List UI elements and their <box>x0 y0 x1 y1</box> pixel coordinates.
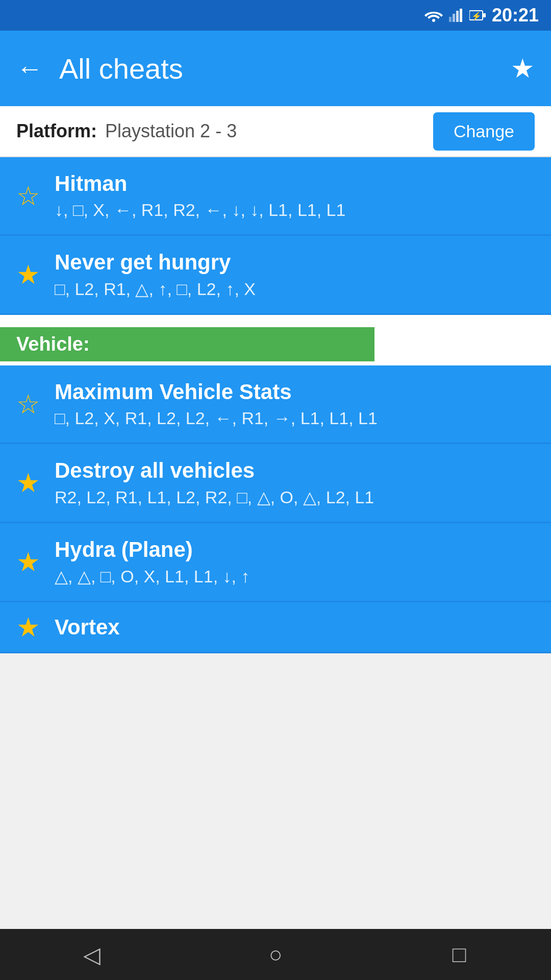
cheat-info-max-vehicle-stats: Maximum Vehicle Stats □, L2, X, R1, L2, … <box>55 380 535 428</box>
platform-row: Platform: Playstation 2 - 3 Change <box>0 106 551 157</box>
cheat-info-destroy-all-vehicles: Destroy all vehicles R2, L2, R1, L1, L2,… <box>55 458 535 507</box>
cheat-name-never-get-hungry: Never get hungry <box>55 250 535 275</box>
bottom-navigation: ◁ ○ □ <box>0 929 551 980</box>
svg-text:⚡: ⚡ <box>471 11 482 21</box>
cheat-item-destroy-all-vehicles[interactable]: ★ Destroy all vehicles R2, L2, R1, L1, L… <box>0 444 551 523</box>
status-icons: ⚡ 20:21 <box>424 5 539 26</box>
star-icon-never-get-hungry[interactable]: ★ <box>16 259 40 290</box>
signal-icon <box>449 9 463 22</box>
svg-rect-1 <box>449 17 452 22</box>
star-icon-hitman[interactable]: ☆ <box>16 181 40 211</box>
cheat-name-destroy-all-vehicles: Destroy all vehicles <box>55 458 535 483</box>
cheat-code-hydra: △, △, □, O, X, L1, L1, ↓, ↑ <box>55 566 535 586</box>
svg-rect-6 <box>483 13 486 17</box>
cheat-info-vortex: Vortex <box>55 615 535 640</box>
svg-rect-3 <box>456 11 459 22</box>
cheat-item-max-vehicle-stats[interactable]: ☆ Maximum Vehicle Stats □, L2, X, R1, L2… <box>0 365 551 444</box>
nav-recents-button[interactable]: □ <box>439 939 480 970</box>
wifi-icon <box>424 9 443 22</box>
svg-point-0 <box>432 19 435 22</box>
cheat-code-max-vehicle-stats: □, L2, X, R1, L2, L2, ←, R1, →, L1, L1, … <box>55 408 535 428</box>
svg-rect-4 <box>460 9 462 22</box>
cheat-item-hydra[interactable]: ★ Hydra (Plane) △, △, □, O, X, L1, L1, ↓… <box>0 523 551 602</box>
cheat-name-hitman: Hitman <box>55 172 535 196</box>
star-icon-hydra[interactable]: ★ <box>16 547 40 577</box>
star-icon-max-vehicle-stats[interactable]: ☆ <box>16 389 40 420</box>
status-bar: ⚡ 20:21 <box>0 0 551 31</box>
cheat-name-hydra: Hydra (Plane) <box>55 537 535 562</box>
cheat-info-hydra: Hydra (Plane) △, △, □, O, X, L1, L1, ↓, … <box>55 537 535 586</box>
cheat-name-vortex: Vortex <box>55 615 535 640</box>
favorite-button[interactable]: ★ <box>511 53 535 84</box>
app-bar: ← All cheats ★ <box>0 31 551 106</box>
change-platform-button[interactable]: Change <box>433 112 535 151</box>
status-time: 20:21 <box>492 5 539 26</box>
cheat-item-hitman[interactable]: ☆ Hitman ↓, □, X, ←, R1, R2, ←, ↓, ↓, L1… <box>0 157 551 236</box>
vehicle-section-label: Vehicle: <box>0 327 374 361</box>
cheat-code-never-get-hungry: □, L2, R1, △, ↑, □, L2, ↑, X <box>55 279 535 299</box>
app-bar-title: All cheats <box>59 52 494 85</box>
platform-value: Playstation 2 - 3 <box>105 120 433 142</box>
cheat-code-destroy-all-vehicles: R2, L2, R1, L1, L2, R2, □, △, O, △, L2, … <box>55 487 535 507</box>
cheat-info-hitman: Hitman ↓, □, X, ←, R1, R2, ←, ↓, ↓, L1, … <box>55 172 535 220</box>
platform-label: Platform: <box>16 120 97 142</box>
battery-icon: ⚡ <box>469 9 486 22</box>
cheat-name-max-vehicle-stats: Maximum Vehicle Stats <box>55 380 535 404</box>
star-icon-destroy-all-vehicles[interactable]: ★ <box>16 468 40 498</box>
cheat-info-never-get-hungry: Never get hungry □, L2, R1, △, ↑, □, L2,… <box>55 250 535 299</box>
content-spacer <box>0 653 551 929</box>
back-button[interactable]: ← <box>16 55 43 82</box>
nav-back-button[interactable]: ◁ <box>71 939 112 970</box>
vehicle-section-header: Vehicle: <box>0 315 551 365</box>
star-icon-vortex[interactable]: ★ <box>16 612 40 643</box>
nav-home-button[interactable]: ○ <box>255 939 296 970</box>
cheat-item-vortex-partial[interactable]: ★ Vortex <box>0 602 551 653</box>
cheat-item-never-get-hungry[interactable]: ★ Never get hungry □, L2, R1, △, ↑, □, L… <box>0 236 551 315</box>
cheat-code-hitman: ↓, □, X, ←, R1, R2, ←, ↓, ↓, L1, L1, L1 <box>55 200 535 220</box>
svg-rect-2 <box>453 14 455 22</box>
